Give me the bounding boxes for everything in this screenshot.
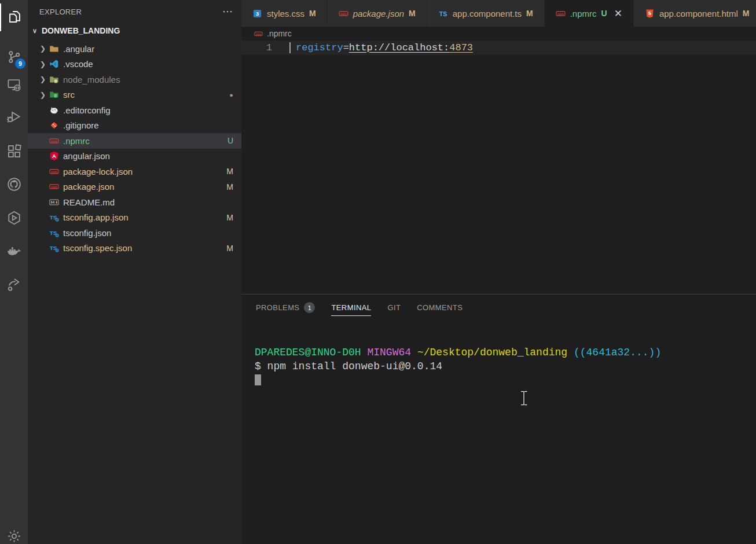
editor-area[interactable]: 1 registry=http://localhost:4873 bbox=[241, 41, 756, 294]
close-icon[interactable]: ✕ bbox=[614, 9, 622, 19]
file-label: tsconfig.app.json bbox=[63, 212, 226, 222]
activity-explorer[interactable] bbox=[0, 3, 28, 31]
file-row[interactable]: npm.npmrcU bbox=[28, 133, 241, 149]
file-label: .angular bbox=[63, 44, 233, 54]
svg-text:npm: npm bbox=[51, 185, 57, 189]
file-row[interactable]: npmpackage-lock.jsonM bbox=[28, 164, 241, 179]
git-status-badge: M bbox=[226, 244, 233, 253]
svg-text:npm: npm bbox=[256, 32, 262, 35]
terminal-segment bbox=[411, 347, 417, 358]
terminal-line: DPAREDES@INNO-D0H MINGW64 ~/Desktop/donw… bbox=[255, 346, 756, 360]
activity-live-share[interactable] bbox=[0, 271, 28, 299]
file-row[interactable]: .editorconfig bbox=[28, 102, 241, 118]
file-row[interactable]: ❯src● bbox=[28, 87, 241, 103]
panel-tab-terminal[interactable]: TERMINAL bbox=[331, 300, 371, 316]
css-icon: 3 bbox=[252, 9, 262, 19]
folder-npm-icon bbox=[49, 75, 59, 84]
git-status-badge: U bbox=[227, 136, 233, 145]
file-row[interactable]: ❯.angular bbox=[28, 41, 241, 57]
html-icon: 5 bbox=[645, 9, 655, 19]
code-line[interactable]: 1 registry=http://localhost:4873 bbox=[241, 41, 756, 55]
activity-remote-explorer[interactable] bbox=[0, 72, 28, 100]
panel-tab-problems[interactable]: PROBLEMS1 bbox=[256, 299, 315, 317]
file-row[interactable]: .gitignore bbox=[28, 118, 241, 134]
terminal-segment bbox=[361, 347, 368, 358]
more-actions-icon[interactable]: ⋯ bbox=[222, 9, 233, 14]
run-debug-icon bbox=[6, 109, 22, 127]
code-text: registry=http://localhost:4873 bbox=[296, 42, 473, 53]
terminal-segment: ((4641a32...)) bbox=[574, 347, 661, 358]
tab-git-badge: M bbox=[409, 9, 416, 18]
activity-source-control[interactable]: 9 bbox=[0, 44, 28, 72]
editor-tab-bar: 3styles.cssMnpmpackage.jsonMTSapp.compon… bbox=[241, 0, 756, 27]
file-label: README.md bbox=[63, 197, 233, 207]
code-token: http://localhost: bbox=[349, 42, 449, 53]
activity-package-explorer[interactable] bbox=[0, 205, 28, 233]
ts-icon: TS bbox=[49, 243, 59, 253]
chevron-down-icon: ∨ bbox=[30, 27, 39, 35]
ts-icon: TS bbox=[49, 212, 59, 222]
activity-run-and-debug[interactable] bbox=[0, 104, 28, 131]
manage-button[interactable] bbox=[0, 523, 28, 544]
git-icon bbox=[49, 120, 59, 130]
file-list: ❯.angular❯.vscode❯node_modules❯src●.edit… bbox=[28, 38, 241, 256]
terminal[interactable]: DPAREDES@INNO-D0H MINGW64 ~/Desktop/donw… bbox=[241, 321, 756, 544]
editorconfig-icon bbox=[49, 105, 59, 115]
file-label: node_modules bbox=[63, 75, 233, 84]
activity-bar-items: 9 bbox=[0, 0, 28, 299]
file-row[interactable]: TStsconfig.json bbox=[28, 225, 241, 241]
panel-tab-bar: PROBLEMS1TERMINALGITCOMMENTS bbox=[241, 295, 756, 321]
npm-icon: npm bbox=[254, 30, 263, 38]
editor-group: 3styles.cssMnpmpackage.jsonMTSapp.compon… bbox=[241, 0, 756, 544]
file-label: .vscode bbox=[63, 59, 233, 69]
tab-.npmrc[interactable]: npm.npmrcU✕ bbox=[545, 0, 634, 27]
tab-git-badge: M bbox=[309, 9, 316, 18]
workspace-section-header[interactable]: ∨ DONWEB_LANDING bbox=[28, 23, 241, 38]
folder-src-icon bbox=[49, 90, 59, 100]
panel-tab-git[interactable]: GIT bbox=[387, 300, 401, 315]
markdown-icon bbox=[49, 197, 59, 207]
tab-styles.css[interactable]: 3styles.cssM bbox=[241, 0, 328, 27]
activity-docker[interactable] bbox=[0, 238, 28, 266]
tab-app.component.html[interactable]: 5app.component.htmlM bbox=[634, 0, 756, 27]
file-row[interactable]: ❯node_modules bbox=[28, 72, 241, 87]
panel-tab-comments[interactable]: COMMENTS bbox=[417, 300, 463, 315]
workspace-name: DONWEB_LANDING bbox=[42, 26, 120, 35]
tab-label: app.component.html bbox=[659, 9, 738, 19]
file-row[interactable]: TStsconfig.spec.jsonM bbox=[28, 241, 241, 256]
svg-text:3: 3 bbox=[256, 11, 259, 17]
chevron-right-icon: ❯ bbox=[37, 75, 49, 83]
file-row[interactable]: ❯.vscode bbox=[28, 57, 241, 72]
file-row[interactable]: npmpackage.jsonM bbox=[28, 179, 241, 195]
svg-text:A: A bbox=[52, 153, 56, 159]
file-row[interactable]: Aangular.json bbox=[28, 149, 241, 164]
activity-github[interactable] bbox=[0, 171, 28, 199]
code-token: = bbox=[343, 42, 349, 53]
file-label: .gitignore bbox=[63, 120, 233, 130]
chevron-right-icon: ❯ bbox=[37, 45, 49, 53]
terminal-segment: $ npm install donweb-ui@0.0.14 bbox=[255, 361, 442, 372]
breadcrumb[interactable]: npm .npmrc bbox=[241, 27, 756, 41]
file-row[interactable]: TStsconfig.app.jsonM bbox=[28, 210, 241, 226]
panel-tab-label: GIT bbox=[387, 303, 401, 312]
tab-label: styles.css bbox=[267, 9, 304, 19]
tab-package.json[interactable]: npmpackage.jsonM bbox=[328, 0, 427, 27]
svg-text:5: 5 bbox=[648, 10, 651, 16]
file-row[interactable]: README.md bbox=[28, 194, 241, 210]
package-hex-icon bbox=[6, 210, 22, 228]
svg-text:npm: npm bbox=[557, 12, 564, 15]
code-token: registry bbox=[296, 42, 343, 53]
file-label: .npmrc bbox=[63, 136, 227, 146]
tab-app.component.ts[interactable]: TSapp.component.tsM bbox=[427, 0, 545, 27]
activity-extensions[interactable] bbox=[0, 138, 28, 166]
chevron-right-icon: ❯ bbox=[37, 91, 49, 99]
line-number: 1 bbox=[241, 42, 284, 53]
svg-text:npm: npm bbox=[340, 12, 347, 15]
extensions-icon bbox=[6, 144, 22, 161]
svg-text:TS: TS bbox=[439, 10, 447, 17]
file-label: tsconfig.spec.json bbox=[63, 243, 226, 253]
tab-git-badge: M bbox=[743, 9, 750, 18]
github-icon bbox=[6, 177, 22, 194]
npm-icon: npm bbox=[49, 182, 59, 192]
vscode-window: 9 EXPLORER ⋯ ∨ DONWEB_LANDING ❯.angular❯… bbox=[0, 0, 756, 544]
